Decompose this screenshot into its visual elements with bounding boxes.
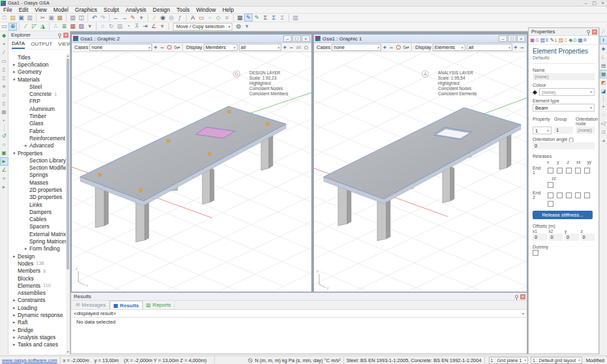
tree-item[interactable]: FRP xyxy=(8,98,66,105)
mini-dot-icon[interactable]: ▪ xyxy=(0,116,8,125)
end1-zz-checkbox[interactable] xyxy=(548,182,553,188)
text-tool-icon[interactable]: A xyxy=(189,14,197,22)
tree-item[interactable]: Titles xyxy=(8,53,66,61)
copy-view-icon[interactable]: ▣ xyxy=(0,149,8,157)
open-icon[interactable]: ▤ xyxy=(8,14,17,22)
tree-expander-icon[interactable]: ► xyxy=(24,144,29,147)
end1-y-checkbox[interactable] xyxy=(557,168,563,174)
select-rect-icon[interactable]: ▭ xyxy=(0,23,8,31)
tree-item[interactable]: ► Form finding xyxy=(8,245,66,252)
tree-expander-icon[interactable]: ► xyxy=(12,70,18,74)
end2-y-checkbox[interactable] xyxy=(557,192,563,198)
lock-open-icon[interactable]: ▯ xyxy=(0,74,8,82)
name-field[interactable]: (none) xyxy=(533,73,595,80)
tree-item[interactable]: ► Analysis stages xyxy=(8,333,66,341)
close-icon[interactable]: × xyxy=(592,29,597,35)
cut-icon[interactable]: ✂ xyxy=(39,14,47,22)
menu-model[interactable]: Model xyxy=(50,7,72,14)
close-icon[interactable]: × xyxy=(63,33,69,38)
reset-case-icon[interactable]: 0⇄ xyxy=(174,44,180,51)
add-display-button[interactable]: + xyxy=(512,44,519,51)
orientation-node-field[interactable]: (none) xyxy=(576,127,595,134)
explorer-scrollbar[interactable]: ▲ ▼ xyxy=(66,53,70,354)
highlight-pin-icon[interactable] xyxy=(167,45,172,50)
end2-z-checkbox[interactable] xyxy=(566,192,572,198)
property-select[interactable]: 1 ▾ xyxy=(533,127,552,134)
print-preview-icon[interactable]: ◫ xyxy=(77,14,86,22)
add-node-icon[interactable]: + xyxy=(0,40,8,48)
polyline-tool-icon[interactable]: ∟ xyxy=(600,53,607,61)
explorer-tab-views[interactable]: VIEWS xyxy=(58,40,70,48)
tree-item[interactable]: Concrete 1 xyxy=(8,90,66,97)
goto-icon[interactable]: ◎ xyxy=(167,14,176,22)
tree-item[interactable]: ► Dynamic response xyxy=(8,311,66,318)
tree-item[interactable]: ► Specification xyxy=(8,61,66,68)
end1-x-checkbox[interactable] xyxy=(548,168,553,174)
tree-item[interactable]: Fabric xyxy=(8,127,66,134)
tree-expander-icon[interactable]: ► xyxy=(12,298,18,302)
tree-item[interactable]: Links xyxy=(8,201,66,208)
polyline-view-icon[interactable]: ∠ xyxy=(0,166,8,174)
tree-expander-icon[interactable]: ▼ xyxy=(12,78,18,82)
annotate-icon[interactable]: ▭ xyxy=(197,14,206,22)
end1-yy-checkbox[interactable] xyxy=(584,168,590,174)
link-tool-icon[interactable]: ∕ xyxy=(600,27,607,36)
new-file-icon[interactable]: □ xyxy=(0,14,8,22)
tree-item[interactable]: ► Constraints xyxy=(8,297,66,304)
print-icon[interactable]: ▥ xyxy=(69,14,77,22)
tree-item[interactable]: Springs xyxy=(8,172,66,179)
display-select[interactable]: Members▾ xyxy=(204,44,238,51)
save-icon[interactable]: ▣ xyxy=(17,14,25,22)
cases-select[interactable]: none▾ xyxy=(89,44,152,51)
lock-small-icon[interactable]: ▯ xyxy=(0,99,8,108)
design-3d-view[interactable]: z y D DESIGN LAYERScale: 1:92,23Highligh… xyxy=(72,52,311,292)
orientation-angle-field[interactable]: 0 xyxy=(533,142,595,149)
prop-tab-g[interactable]: ▣ G xyxy=(530,37,539,43)
tree-expander-icon[interactable]: ► xyxy=(12,254,18,258)
tree-item[interactable]: 3D properties xyxy=(8,194,66,201)
end2-xx-checkbox[interactable] xyxy=(575,192,581,198)
redo-icon[interactable]: ↷ xyxy=(99,14,107,22)
tree-item[interactable]: Section Modifiers xyxy=(8,164,66,171)
minimize-icon[interactable]: – xyxy=(499,35,507,42)
globe-dropdown-icon[interactable]: ▾ xyxy=(243,23,251,31)
printer2-icon[interactable]: ▥ xyxy=(291,14,300,22)
gsa-logo-icon[interactable]: ◆ xyxy=(0,31,8,40)
wand-icon[interactable]: ∕ xyxy=(150,14,159,22)
pin-icon[interactable] xyxy=(587,30,590,33)
menu-tools[interactable]: Tools xyxy=(174,7,193,14)
globe-icon[interactable]: ◍ xyxy=(234,23,243,31)
tree-item[interactable]: ► Tasks and cases xyxy=(8,341,66,348)
brush-tool-icon[interactable]: ▨ xyxy=(77,23,86,31)
end2-zz-checkbox[interactable] xyxy=(548,201,553,207)
copy-icon[interactable]: ▣ xyxy=(47,14,55,22)
entity-filter-select[interactable]: all▾ xyxy=(239,44,282,51)
restore-icon[interactable]: ▢ xyxy=(508,35,516,42)
function-icon[interactable]: ƒ xyxy=(176,14,184,22)
rotate-icon[interactable]: ↻ xyxy=(107,23,116,31)
tree-item[interactable]: Spring Matrices xyxy=(8,237,66,245)
tree-item[interactable]: Blocks xyxy=(8,275,66,282)
grid-tool-icon[interactable]: ▦ xyxy=(69,23,77,31)
maximize-button[interactable]: ▢ xyxy=(590,0,599,6)
strip-collapse-icon[interactable]: ◂ xyxy=(600,136,607,145)
undo-icon[interactable]: ↶ xyxy=(90,14,99,22)
section-icon[interactable]: ⊼ xyxy=(132,23,141,31)
wheel-icon[interactable]: ∗ xyxy=(0,82,8,91)
graph-view-icon[interactable]: ≈ xyxy=(0,174,8,183)
minimize-button[interactable]: – xyxy=(582,0,590,6)
times2-icon[interactable]: ×2 xyxy=(600,119,607,128)
paste-icon[interactable]: ▦ xyxy=(55,14,64,22)
find-icon[interactable]: ◉ xyxy=(159,14,167,22)
grid-plane-select[interactable]: 1 : Grid plane 1 ▾ xyxy=(489,357,528,364)
tree-item[interactable]: Timber xyxy=(8,112,66,119)
end2-x-checkbox[interactable] xyxy=(548,192,553,198)
element-list-icon[interactable]: ≣ xyxy=(60,23,69,31)
pin-icon[interactable] xyxy=(58,33,61,37)
menu-view[interactable]: View xyxy=(31,7,50,14)
tree-item[interactable]: Section Library 1 xyxy=(8,157,66,164)
tree-item[interactable]: Spacers xyxy=(8,223,66,230)
view-dropdown-icon[interactable]: ▾ xyxy=(158,23,166,31)
display-settings-icon[interactable]: ◈ xyxy=(600,44,607,53)
tools-dropdown-icon[interactable]: ▾ xyxy=(86,23,94,31)
